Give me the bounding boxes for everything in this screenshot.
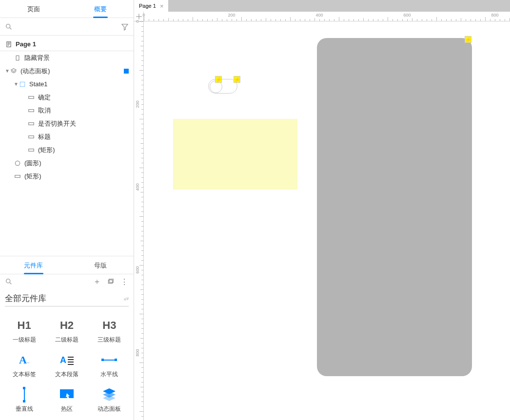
widget-hr[interactable]: 水平线 (88, 353, 131, 379)
tree-hide-bg[interactable]: 隐藏背景 (0, 51, 134, 64)
dynamic-panel-icon (99, 387, 119, 402)
tree-dynamic-panel[interactable]: ▼ (动态面板) (0, 64, 134, 77)
tree-page-label: Page 1 (16, 40, 36, 48)
tree-toggle-switch[interactable]: 是否切换开关 (0, 117, 134, 130)
search-icon[interactable] (5, 278, 13, 286)
svg-point-17 (6, 279, 10, 283)
svg-rect-14 (29, 149, 34, 151)
svg-point-0 (6, 24, 10, 28)
filter-icon[interactable] (121, 23, 129, 31)
svg-rect-9 (20, 82, 24, 86)
svg-rect-11 (29, 109, 34, 112)
svg-rect-7 (16, 56, 19, 60)
svg-point-15 (15, 161, 20, 165)
svg-marker-8 (11, 68, 17, 71)
canvas-phone-frame[interactable] (317, 38, 472, 376)
widget-h3[interactable]: H3 三级标题 (88, 318, 131, 344)
shape-icon (27, 107, 35, 114)
ruler-horizontal[interactable]: 0200400600800 (144, 12, 510, 21)
library-tabs: 元件库 母版 (0, 256, 134, 274)
state-icon (19, 81, 26, 88)
svg-marker-36 (103, 388, 116, 394)
library-more-button[interactable]: ⋮ (120, 277, 129, 286)
widget-h2[interactable]: H2 二级标题 (45, 318, 88, 344)
document-tabs: Page 1 × (134, 0, 510, 12)
ruler-vertical[interactable]: 0200400600800 (134, 21, 144, 420)
svg-rect-30 (23, 387, 25, 389)
left-panel: 页面 概要 Page 1 隐藏背景 ▼ ( (0, 0, 134, 420)
svg-rect-16 (15, 175, 20, 177)
library-select[interactable]: 全部元件库 ▵▿ (5, 291, 129, 306)
canvas[interactable]: ⚡ ⚡ ⚡ (144, 21, 510, 420)
shape-icon (27, 147, 35, 153)
vr-icon (15, 387, 34, 402)
shape-icon (27, 134, 35, 140)
svg-marker-2 (122, 24, 128, 30)
add-library-button[interactable]: ＋ (93, 277, 101, 286)
crosshair-icon (136, 13, 142, 20)
tree-circle[interactable]: (圆形) (0, 156, 134, 170)
widget-vr[interactable]: 垂直线 (3, 387, 45, 413)
interaction-bolt-icon[interactable]: ⚡ (465, 36, 471, 43)
canvas-area: Page 1 × 0200400600800 0200400600800 ⚡ ⚡… (134, 0, 510, 420)
widget-h1[interactable]: H1 一级标题 (3, 318, 45, 344)
search-icon (5, 23, 13, 31)
shape-icon (14, 173, 21, 180)
circle-icon (14, 160, 21, 167)
document-tab[interactable]: Page 1 × (134, 0, 168, 12)
outline-search-input[interactable] (13, 21, 121, 32)
interaction-bolt-icon[interactable]: ⚡ (215, 76, 222, 83)
widget-paragraph[interactable]: A 文本段落 (45, 353, 88, 379)
caret-down-icon[interactable]: ▼ (14, 81, 19, 87)
svg-rect-10 (29, 96, 34, 98)
widget-grid: H1 一级标题 H2 二级标题 H3 三级标题 A_ 文本标签 A 文本段落 水… (0, 311, 134, 420)
canvas-wrapper: 0200400600800 0200400600800 ⚡ ⚡ ⚡ (134, 12, 510, 420)
tab-masters[interactable]: 母版 (67, 256, 134, 274)
svg-rect-27 (101, 359, 104, 361)
canvas-toggle[interactable] (208, 79, 237, 94)
chevron-updown-icon: ▵▿ (124, 296, 129, 301)
library-toolbar: ＋ ⋮ (0, 274, 134, 289)
paragraph-icon: A (57, 353, 77, 367)
selection-indicator (124, 69, 129, 74)
hotspot-icon (57, 387, 77, 402)
outline-search-row (0, 18, 134, 36)
shape-icon (27, 94, 35, 101)
svg-line-18 (10, 283, 11, 284)
tree-title[interactable]: 标题 (0, 130, 134, 143)
tree-rect[interactable]: (矩形) (0, 143, 134, 156)
tree-rect2[interactable]: (矩形) (0, 170, 134, 183)
caret-down-icon[interactable]: ▼ (5, 68, 10, 74)
library-folder-button[interactable] (106, 277, 115, 286)
shape-icon (27, 120, 35, 127)
tab-pages[interactable]: 页面 (0, 0, 67, 18)
close-icon[interactable]: × (160, 2, 164, 10)
tab-outline[interactable]: 概要 (67, 0, 134, 18)
tree-page-root[interactable]: Page 1 (0, 38, 134, 51)
widget-text-label[interactable]: A_ 文本标签 (3, 353, 45, 379)
text-label-icon: A_ (15, 353, 34, 367)
svg-text:A: A (60, 355, 66, 365)
svg-rect-12 (29, 122, 34, 125)
widget-dynamic-panel[interactable]: 动态面板 (88, 387, 131, 413)
rect-outline-icon (14, 55, 21, 61)
canvas-sticky-note[interactable] (173, 119, 297, 190)
svg-rect-13 (29, 135, 34, 138)
page-icon (5, 41, 13, 48)
tree-cancel[interactable]: 取消 (0, 104, 134, 117)
svg-rect-28 (115, 359, 117, 361)
outline-tree: Page 1 隐藏背景 ▼ (动态面板) ▼ State1 (0, 36, 134, 256)
tree-confirm[interactable]: 确定 (0, 91, 134, 104)
tab-widgets[interactable]: 元件库 (0, 256, 67, 274)
widget-hotspot[interactable]: 热区 (45, 387, 88, 413)
outline-tabs: 页面 概要 (0, 0, 134, 18)
svg-rect-31 (23, 400, 25, 402)
interaction-bolt-icon[interactable]: ⚡ (234, 76, 240, 83)
hr-icon (99, 353, 119, 367)
tree-state1[interactable]: ▼ State1 (0, 77, 134, 91)
svg-line-1 (10, 28, 11, 29)
stack-icon (10, 68, 18, 75)
